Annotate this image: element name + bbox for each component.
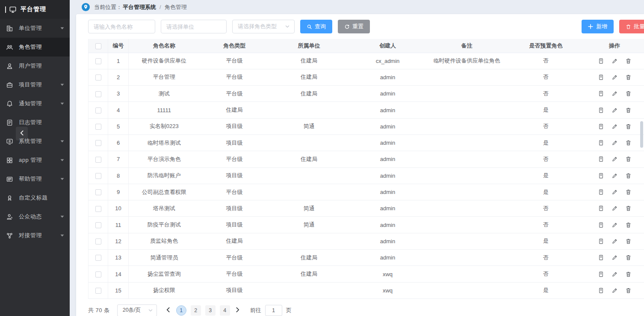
detail-icon[interactable]	[598, 238, 604, 244]
edit-icon[interactable]	[612, 222, 618, 228]
delete-icon[interactable]	[625, 173, 632, 179]
detail-icon[interactable]	[598, 107, 604, 113]
detail-icon[interactable]	[598, 140, 604, 146]
next-page-button[interactable]	[232, 305, 243, 316]
detail-icon[interactable]	[598, 123, 604, 130]
reset-button[interactable]: 重置	[338, 20, 370, 33]
detail-icon[interactable]	[598, 287, 604, 294]
sidebar-item-2[interactable]: 角色管理	[0, 38, 70, 57]
cell-id: 9	[108, 184, 129, 200]
delete-icon[interactable]	[625, 58, 632, 64]
prev-page-button[interactable]	[163, 305, 174, 316]
edit-icon[interactable]	[612, 254, 618, 261]
edit-icon[interactable]	[612, 74, 618, 80]
delete-icon[interactable]	[625, 140, 632, 146]
table-row: 11防疫平台测试项目级简通admin否	[89, 217, 644, 233]
detail-icon[interactable]	[598, 222, 604, 228]
row-checkbox[interactable]	[95, 189, 101, 195]
row-checkbox[interactable]	[95, 222, 101, 228]
detail-icon[interactable]	[598, 58, 604, 64]
row-checkbox[interactable]	[95, 75, 101, 80]
sidebar-item-5[interactable]: 通知管理	[0, 94, 70, 113]
delete-icon[interactable]	[625, 156, 632, 162]
detail-icon[interactable]	[598, 90, 604, 97]
add-button[interactable]: 新增	[582, 20, 614, 33]
sidebar-item-12[interactable]: 对接管理	[0, 226, 70, 245]
page-number-4[interactable]: 4	[220, 305, 230, 316]
delete-icon[interactable]	[625, 271, 632, 277]
sidebar-item-7[interactable]: 系统管理	[0, 132, 70, 151]
edit-icon[interactable]	[612, 287, 618, 294]
sidebar-item-8[interactable]: app 管理	[0, 151, 70, 170]
edit-icon[interactable]	[612, 123, 618, 130]
page-number-3[interactable]: 3	[205, 305, 216, 316]
detail-icon[interactable]	[598, 271, 604, 277]
search-button[interactable]: 查询	[300, 20, 332, 33]
role-type-select[interactable]: 请选择角色类型	[232, 20, 295, 33]
cell-role-type: 平台级	[200, 69, 269, 85]
breadcrumb-root[interactable]: 平台管理系统	[123, 3, 156, 11]
sidebar-item-3[interactable]: 用户管理	[0, 57, 70, 75]
edit-icon[interactable]	[612, 90, 618, 97]
row-checkbox[interactable]	[95, 206, 101, 212]
table-row: 9公司副总查看权限平台级admin是	[89, 184, 644, 200]
sidebar-item-10[interactable]: 自定义标题	[0, 188, 70, 207]
page-number-2[interactable]: 2	[191, 305, 201, 316]
role-name-input[interactable]	[88, 20, 155, 33]
detail-icon[interactable]	[598, 74, 604, 80]
sidebar-item-6[interactable]: 日志管理	[0, 113, 70, 132]
delete-icon[interactable]	[625, 123, 632, 130]
sidebar-collapse-button[interactable]	[16, 127, 28, 140]
delete-icon[interactable]	[625, 205, 632, 212]
row-checkbox[interactable]	[95, 107, 101, 113]
table-row: 6临时塔吊测试项目级admin是	[89, 134, 644, 151]
edit-icon[interactable]	[612, 205, 618, 212]
batch-delete-button[interactable]: 批量删除	[619, 20, 644, 33]
delete-icon[interactable]	[625, 238, 632, 244]
delete-icon[interactable]	[625, 107, 632, 113]
page-number-1[interactable]: 1	[176, 305, 186, 316]
delete-icon[interactable]	[625, 74, 632, 80]
sidebar-item-4[interactable]: 项目管理	[0, 75, 70, 94]
detail-icon[interactable]	[598, 173, 604, 179]
detail-icon[interactable]	[598, 205, 604, 212]
row-checkbox[interactable]	[95, 238, 101, 244]
row-checkbox[interactable]	[95, 58, 101, 64]
cell-creator: xwq	[349, 282, 427, 298]
select-all-checkbox[interactable]	[95, 43, 101, 49]
row-checkbox[interactable]	[95, 124, 101, 130]
sidebar-item-1[interactable]: 单位管理	[0, 19, 70, 38]
edit-icon[interactable]	[612, 156, 618, 162]
row-checkbox[interactable]	[95, 288, 101, 294]
total-count: 共 70 条	[88, 307, 110, 314]
edit-icon[interactable]	[612, 58, 618, 64]
edit-icon[interactable]	[612, 107, 618, 113]
row-checkbox[interactable]	[95, 91, 101, 97]
delete-icon[interactable]	[625, 254, 632, 261]
vertical-scrollbar-thumb[interactable]	[640, 121, 643, 148]
row-checkbox[interactable]	[95, 173, 101, 179]
row-checkbox[interactable]	[95, 255, 101, 261]
row-checkbox[interactable]	[95, 271, 101, 277]
goto-page-input[interactable]	[265, 305, 282, 316]
row-checkbox[interactable]	[95, 157, 101, 163]
delete-icon[interactable]	[625, 90, 632, 97]
edit-icon[interactable]	[612, 271, 618, 277]
sidebar-item-11[interactable]: 公众动态	[0, 207, 70, 226]
row-checkbox[interactable]	[95, 140, 101, 146]
unit-select-input[interactable]	[161, 20, 227, 33]
edit-icon[interactable]	[612, 189, 618, 195]
page-size-select[interactable]: 20条/页	[117, 304, 157, 316]
detail-icon[interactable]	[598, 254, 604, 261]
sidebar-item-9[interactable]: 帮助管理	[0, 170, 70, 188]
delete-icon[interactable]	[625, 189, 632, 195]
edit-icon[interactable]	[612, 140, 618, 146]
edit-icon[interactable]	[612, 173, 618, 179]
delete-icon[interactable]	[625, 222, 632, 228]
delete-icon[interactable]	[625, 287, 632, 294]
cell-role-name: 公司副总查看权限	[129, 184, 200, 200]
detail-icon[interactable]	[598, 189, 604, 195]
sidebar-item-label: 项目管理	[19, 81, 60, 89]
edit-icon[interactable]	[612, 238, 618, 244]
detail-icon[interactable]	[598, 156, 604, 162]
